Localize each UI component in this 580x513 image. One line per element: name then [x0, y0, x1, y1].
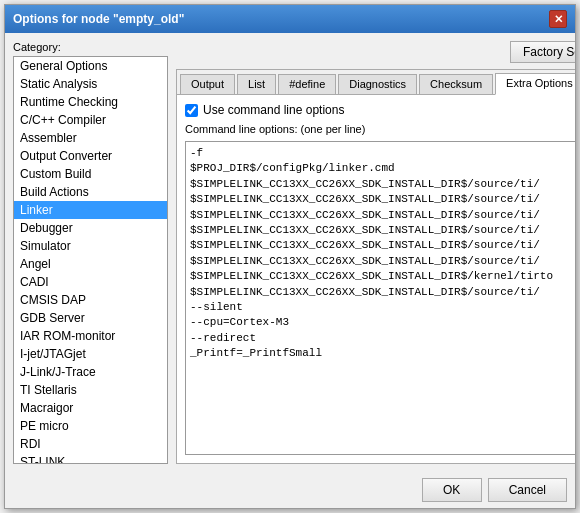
category-list: General OptionsStatic AnalysisRuntime Ch…	[13, 56, 168, 464]
sidebar-item-cmsis-dap[interactable]: CMSIS DAP	[14, 291, 167, 309]
sidebar-item-jlink-jtrace[interactable]: J-Link/J-Trace	[14, 363, 167, 381]
sidebar-item-rdi[interactable]: RDI	[14, 435, 167, 453]
sidebar-item-static-analysis[interactable]: Static Analysis	[14, 75, 167, 93]
category-label: Category:	[13, 41, 168, 53]
tab-define[interactable]: #define	[278, 74, 336, 94]
sidebar-item-build-actions[interactable]: Build Actions	[14, 183, 167, 201]
sidebar-item-linker[interactable]: Linker	[14, 201, 167, 219]
tab-checksum[interactable]: Checksum	[419, 74, 493, 94]
sidebar-item-angel[interactable]: Angel	[14, 255, 167, 273]
sidebar-item-cadi[interactable]: CADI	[14, 273, 167, 291]
checkbox-row: Use command line options	[185, 103, 575, 117]
sidebar-item-simulator[interactable]: Simulator	[14, 237, 167, 255]
dialog-title: Options for node "empty_old"	[13, 12, 184, 26]
sidebar-item-runtime-checking[interactable]: Runtime Checking	[14, 93, 167, 111]
tab-diagnostics[interactable]: Diagnostics	[338, 74, 417, 94]
cmd-textarea-wrap	[185, 141, 575, 455]
tab-output[interactable]: Output	[180, 74, 235, 94]
use-cmdline-checkbox[interactable]	[185, 104, 198, 117]
sidebar-item-iar-rom-monitor[interactable]: IAR ROM-monitor	[14, 327, 167, 345]
cmd-line-label: Command line options: (one per line)	[185, 123, 575, 135]
checkbox-label[interactable]: Use command line options	[203, 103, 344, 117]
sidebar-item-macraigor[interactable]: Macraigor	[14, 399, 167, 417]
sidebar-item-assembler[interactable]: Assembler	[14, 129, 167, 147]
sidebar-item-gdb-server[interactable]: GDB Server	[14, 309, 167, 327]
sidebar-item-general-options[interactable]: General Options	[14, 57, 167, 75]
sidebar-item-debugger[interactable]: Debugger	[14, 219, 167, 237]
factory-settings-button[interactable]: Factory Settings	[510, 41, 575, 63]
ok-button[interactable]: OK	[422, 478, 482, 502]
dialog-footer: OK Cancel	[5, 472, 575, 508]
factory-settings-row: Factory Settings	[176, 41, 575, 63]
tab-content-extra-options: Use command line options Command line op…	[177, 95, 575, 463]
main-panel: Factory Settings OutputList#defineDiagno…	[176, 41, 575, 464]
tab-extra-options[interactable]: Extra Options	[495, 73, 575, 95]
sidebar-item-output-converter[interactable]: Output Converter	[14, 147, 167, 165]
sidebar-item-ti-stellaris[interactable]: TI Stellaris	[14, 381, 167, 399]
sidebar-item-cpp-compiler[interactable]: C/C++ Compiler	[14, 111, 167, 129]
sidebar-item-pe-micro[interactable]: PE micro	[14, 417, 167, 435]
sidebar-item-custom-build[interactable]: Custom Build	[14, 165, 167, 183]
sidebar-item-ijet-jtagjet[interactable]: I-jet/JTAGjet	[14, 345, 167, 363]
cmd-textarea[interactable]	[186, 142, 575, 454]
dialog: Options for node "empty_old" ✕ Category:…	[4, 4, 576, 509]
tabs-container: OutputList#defineDiagnosticsChecksumExtr…	[176, 69, 575, 464]
sidebar-item-st-link[interactable]: ST-LINK	[14, 453, 167, 464]
close-button[interactable]: ✕	[549, 10, 567, 28]
cancel-button[interactable]: Cancel	[488, 478, 567, 502]
tab-list[interactable]: List	[237, 74, 276, 94]
dialog-body: Category: General OptionsStatic Analysis…	[5, 33, 575, 472]
sidebar: Category: General OptionsStatic Analysis…	[13, 41, 168, 464]
title-bar: Options for node "empty_old" ✕	[5, 5, 575, 33]
tabs-row: OutputList#defineDiagnosticsChecksumExtr…	[177, 70, 575, 95]
